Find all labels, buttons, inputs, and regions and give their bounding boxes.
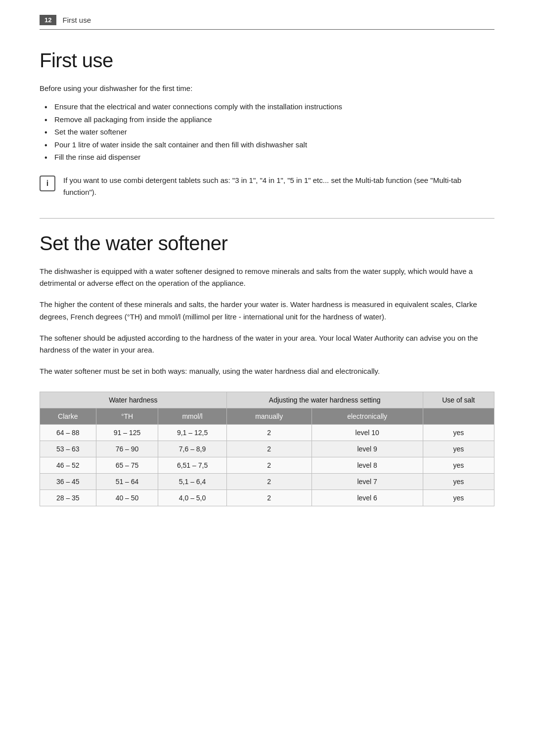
- cell-th: 65 – 75: [96, 457, 158, 473]
- table-row: 36 – 45 51 – 64 5,1 – 6,4 2 level 7 yes: [40, 473, 494, 489]
- softener-para-4: The water softener must be set in both w…: [40, 365, 494, 378]
- cell-manually: 2: [226, 441, 312, 457]
- list-item: Ensure that the electrical and water con…: [44, 100, 494, 113]
- page-header: 12 First use: [40, 15, 494, 30]
- cell-mmol: 4,0 – 5,0: [158, 489, 226, 506]
- cell-electronically: level 7: [312, 473, 423, 489]
- cell-electronically: level 9: [312, 441, 423, 457]
- cell-mmol: 5,1 – 6,4: [158, 473, 226, 489]
- cell-th: 40 – 50: [96, 489, 158, 506]
- cell-manually: 2: [226, 489, 312, 506]
- table-header-salt: Use of salt: [423, 392, 494, 408]
- cell-manually: 2: [226, 473, 312, 489]
- cell-th: 51 – 64: [96, 473, 158, 489]
- cell-clarke: 64 – 88: [40, 424, 96, 441]
- list-item: Remove all packaging from inside the app…: [44, 113, 494, 126]
- cell-manually: 2: [226, 424, 312, 441]
- table-header-adjusting: Adjusting the water hardness setting: [226, 392, 423, 408]
- table-subheader-salt-empty: [423, 408, 494, 424]
- table-row: 53 – 63 76 – 90 7,6 – 8,9 2 level 9 yes: [40, 441, 494, 457]
- table-subheader-clarke: Clarke: [40, 408, 96, 424]
- softener-heading: Set the water softener: [40, 232, 494, 255]
- table-subheader-mmol: mmol/l: [158, 408, 226, 424]
- first-use-section: First use Before using your dishwasher f…: [40, 49, 494, 198]
- page: 12 First use First use Before using your…: [0, 0, 534, 756]
- table-row: 28 – 35 40 – 50 4,0 – 5,0 2 level 6 yes: [40, 489, 494, 506]
- table-subheader-th: °TH: [96, 408, 158, 424]
- cell-clarke: 36 – 45: [40, 473, 96, 489]
- cell-th: 76 – 90: [96, 441, 158, 457]
- cell-salt: yes: [423, 489, 494, 506]
- cell-salt: yes: [423, 424, 494, 441]
- cell-electronically: level 8: [312, 457, 423, 473]
- cell-mmol: 9,1 – 12,5: [158, 424, 226, 441]
- cell-clarke: 46 – 52: [40, 457, 96, 473]
- first-use-intro: Before using your dishwasher for the fir…: [40, 83, 494, 94]
- cell-clarke: 53 – 63: [40, 441, 96, 457]
- cell-mmol: 7,6 – 8,9: [158, 441, 226, 457]
- cell-salt: yes: [423, 457, 494, 473]
- first-use-bullets: Ensure that the electrical and water con…: [40, 100, 494, 164]
- table-row: 64 – 88 91 – 125 9,1 – 12,5 2 level 10 y…: [40, 424, 494, 441]
- first-use-heading: First use: [40, 49, 494, 72]
- list-item: Fill the rinse aid dispenser: [44, 151, 494, 164]
- softener-para-3: The softener should be adjusted accordin…: [40, 332, 494, 357]
- page-header-title: First use: [62, 16, 91, 24]
- list-item: Set the water softener: [44, 126, 494, 138]
- info-box: i If you want to use combi detergent tab…: [40, 175, 494, 198]
- cell-mmol: 6,51 – 7,5: [158, 457, 226, 473]
- softener-para-2: The higher the content of these minerals…: [40, 299, 494, 323]
- section-divider: [40, 218, 494, 219]
- table-header-water-hardness: Water hardness: [40, 392, 227, 408]
- cell-electronically: level 6: [312, 489, 423, 506]
- info-icon: i: [40, 176, 55, 191]
- softener-para-1: The dishwasher is equipped with a water …: [40, 266, 494, 290]
- table-subheader-manually: manually: [226, 408, 312, 424]
- cell-salt: yes: [423, 441, 494, 457]
- page-number: 12: [40, 15, 56, 25]
- table-row: 46 – 52 65 – 75 6,51 – 7,5 2 level 8 yes: [40, 457, 494, 473]
- cell-manually: 2: [226, 457, 312, 473]
- table-subheader-electronically: electronically: [312, 408, 423, 424]
- cell-th: 91 – 125: [96, 424, 158, 441]
- cell-electronically: level 10: [312, 424, 423, 441]
- cell-clarke: 28 – 35: [40, 489, 96, 506]
- cell-salt: yes: [423, 473, 494, 489]
- info-box-text: If you want to use combi detergent table…: [63, 175, 494, 198]
- softener-section: Set the water softener The dishwasher is…: [40, 232, 494, 506]
- list-item: Pour 1 litre of water inside the salt co…: [44, 138, 494, 151]
- water-hardness-table: Water hardness Adjusting the water hardn…: [40, 392, 494, 506]
